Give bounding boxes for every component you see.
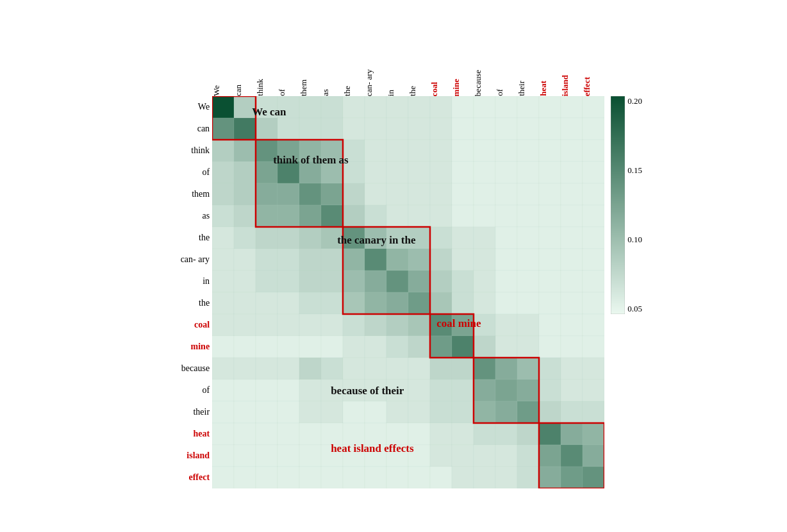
col-label-12: because (474, 69, 495, 96)
row-label-16: island (162, 445, 210, 467)
row-label-15: heat (162, 423, 210, 445)
chart-area: Wecanthinkofthemasthecan- aryinthecoalmi… (162, 19, 625, 532)
heatmap-wrapper: Wecanthinkofthemasthecan- aryinthecoalmi… (212, 19, 604, 491)
col-label-13: of (495, 88, 517, 96)
row-label-9: the (162, 292, 210, 314)
row-label-2: think (162, 140, 210, 162)
row-label-13: of (162, 379, 210, 401)
row-label-6: the (162, 227, 210, 249)
col-label-10: coal (430, 81, 452, 96)
main-container: Wecanthinkofthemasthecan- aryinthecoalmi… (0, 0, 787, 532)
col-label-14: their (517, 79, 539, 96)
col-label-17: effect (583, 76, 604, 96)
colorbar-tick-1: 0.15 (627, 165, 642, 176)
colorbar-tick-3: 0.05 (627, 304, 642, 314)
row-label-7: can- ary (162, 249, 210, 270)
row-label-5: as (162, 205, 210, 227)
col-label-11: mine (452, 78, 474, 96)
grid-and-annotations: We canthink of them asthe canary in thec… (212, 96, 604, 491)
col-label-1: can (234, 83, 256, 96)
row-label-0: We (162, 96, 210, 118)
col-label-7: can- ary (365, 68, 386, 96)
row-label-3: of (162, 162, 210, 183)
colorbar-tick-0: 0.20 (627, 96, 642, 106)
colorbar (611, 96, 625, 314)
col-label-5: as (321, 88, 343, 96)
heatmap-canvas (212, 96, 604, 488)
col-label-8: in (386, 88, 408, 96)
row-label-1: can (162, 118, 210, 140)
col-label-4: them (299, 78, 321, 96)
col-labels: Wecanthinkofthemasthecan- aryinthecoalmi… (212, 19, 604, 96)
row-labels: Wecanthinkofthemasthecan- aryinthecoalmi… (162, 96, 212, 488)
row-label-11: mine (162, 336, 210, 358)
col-label-9: the (408, 85, 430, 96)
row-label-8: in (162, 270, 210, 292)
col-label-15: heat (539, 79, 561, 96)
colorbar-tick-2: 0.10 (627, 235, 642, 245)
colorbar-container: 0.200.150.100.05 (611, 19, 625, 532)
col-label-16: island (561, 74, 583, 96)
col-label-3: of (278, 88, 299, 96)
row-label-14: their (162, 401, 210, 423)
colorbar-ticks: 0.200.150.100.05 (627, 96, 642, 314)
col-label-2: think (256, 78, 278, 96)
col-label-0: We (212, 84, 234, 96)
col-label-6: the (343, 85, 365, 96)
row-label-17: effect (162, 467, 210, 488)
row-label-4: them (162, 183, 210, 205)
row-label-10: coal (162, 314, 210, 336)
row-label-12: because (162, 358, 210, 379)
